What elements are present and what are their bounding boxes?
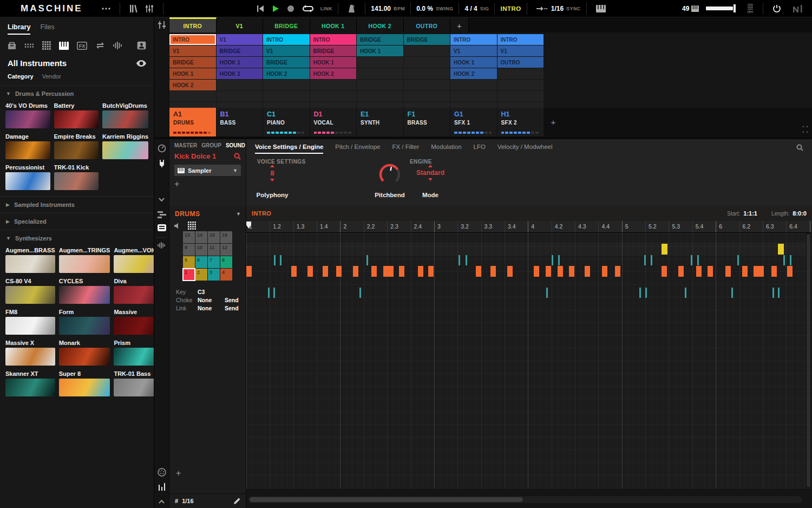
groups-icon[interactable] [24, 42, 34, 49]
mode-value[interactable]: Standard [411, 169, 449, 177]
ruler-tick-5[interactable]: 5 [622, 221, 645, 232]
polyphony-stepper[interactable]: 8 [256, 165, 289, 181]
user-content-icon[interactable] [137, 41, 146, 50]
pattern-slot[interactable] [357, 102, 403, 108]
pattern-slot[interactable] [497, 102, 544, 108]
ruler-tick-5-3[interactable]: 5.3 [669, 221, 692, 232]
pattern-slot[interactable] [169, 91, 216, 102]
pad-5[interactable]: 5 [183, 256, 195, 268]
pattern-slot[interactable] [169, 102, 216, 108]
note-kick[interactable] [428, 266, 434, 277]
ruler-tick-5-2[interactable]: 5.2 [645, 221, 669, 232]
note-hat-closed[interactable] [772, 288, 774, 298]
group-tile-b1[interactable]: B1BASS [217, 108, 263, 136]
pattern-slot[interactable] [450, 91, 497, 102]
add-pattern-button[interactable]: + [176, 469, 184, 478]
note-kick[interactable] [534, 266, 539, 277]
library-item-karriem-riggins[interactable]: Karriem Riggins [102, 133, 148, 159]
samples-icon[interactable] [113, 41, 122, 50]
filter-tab-category[interactable]: Category [8, 73, 34, 80]
pattern-slot[interactable] [357, 57, 403, 68]
add-plugin-button[interactable]: + [174, 180, 182, 188]
ruler-tick-2-4[interactable]: 2.4 [411, 221, 434, 232]
pattern-cell-a1-hook-2[interactable]: HOOK 2 [169, 80, 216, 90]
note-hat-open[interactable] [466, 255, 467, 265]
pencil-icon[interactable] [233, 498, 240, 505]
scene-tab-outro[interactable]: OUTRO [404, 17, 451, 32]
pad-group-name[interactable]: DRUMS [175, 210, 200, 218]
group-tile-f1[interactable]: F1BRASS [404, 108, 450, 136]
pad-11[interactable]: 11 [208, 244, 220, 256]
ruler-tick-4[interactable]: 4 [528, 221, 551, 232]
note-hat-open[interactable] [366, 255, 368, 265]
pad-2[interactable]: 2 [195, 269, 207, 281]
library-item-augmen-voices[interactable]: Augmen...VOICES [114, 247, 154, 273]
loops-icon[interactable] [95, 42, 105, 49]
ruler-tick-4-4[interactable]: 4.4 [598, 221, 621, 232]
pattern-cell-h1-intro[interactable]: INTRO [497, 34, 544, 45]
follow-playhead-icon[interactable] [533, 6, 551, 11]
tab-velocity-modwheel[interactable]: Velocity / Modwheel [497, 144, 553, 153]
note-kick[interactable] [662, 266, 667, 277]
add-group-button[interactable]: + [544, 108, 562, 136]
pattern-slot[interactable] [357, 80, 403, 90]
pattern-slot[interactable] [310, 102, 357, 108]
note-kick[interactable] [388, 266, 394, 277]
timeline-ruler[interactable]: 11.21.31.422.22.32.433.23.33.444.24.34.4… [246, 221, 812, 233]
pattern-cell-g1-intro[interactable]: INTRO [450, 34, 497, 45]
scene-tab-v1[interactable]: V1 [217, 17, 264, 32]
ruler-tick-4-2[interactable]: 4.2 [552, 221, 575, 232]
time-signature-value[interactable]: 4 / 4 [464, 5, 477, 12]
pattern-slot[interactable] [357, 91, 403, 102]
step-grid-value[interactable]: 1/16 [182, 498, 193, 504]
group-tile-a1[interactable]: A1DRUMS [169, 108, 216, 136]
pad-10[interactable]: 10 [195, 244, 207, 256]
pattern-cell-b1-bridge[interactable]: BRIDGE [217, 45, 263, 56]
library-item-form[interactable]: Form [59, 309, 110, 335]
ruler-tick-3-4[interactable]: 3.4 [505, 221, 528, 232]
pattern-cell-c1-v1[interactable]: V1 [263, 45, 310, 56]
note-kick[interactable] [678, 266, 684, 277]
polyphony-increase-icon[interactable] [270, 165, 274, 167]
scene-indicator[interactable]: INTRO [500, 5, 521, 12]
note-hat-closed[interactable] [546, 288, 548, 298]
note-hat-open[interactable] [280, 255, 281, 265]
pattern-slot[interactable] [450, 102, 497, 108]
library-item-fm8[interactable]: FM8 [5, 309, 55, 335]
note-hat-closed[interactable] [268, 288, 270, 298]
arrange-view-icon[interactable] [154, 211, 169, 218]
library-item-super-8[interactable]: Super 8 [59, 370, 110, 396]
note-kick[interactable] [336, 266, 342, 277]
scope-tab-group[interactable]: GROUP [201, 142, 221, 148]
choke-send[interactable]: Send [225, 296, 243, 304]
audio-engine-power-icon[interactable] [769, 4, 785, 13]
swing-value[interactable]: 0.0 % [416, 5, 433, 12]
pattern-cell-b1-hook-2[interactable]: HOOK 2 [217, 68, 263, 79]
note-kick[interactable] [615, 266, 620, 277]
scene-tab-intro[interactable]: INTRO [169, 17, 217, 32]
projects-icon[interactable] [8, 42, 16, 50]
pattern-slot[interactable] [404, 68, 450, 79]
pattern-slot[interactable] [263, 102, 310, 108]
pattern-cell-a1-v1[interactable]: V1 [169, 45, 216, 56]
audio-view-icon[interactable] [154, 242, 169, 249]
mode-down-icon[interactable] [428, 178, 433, 181]
scene-tab-hook-2[interactable]: HOOK 2 [357, 17, 404, 32]
note-kick[interactable] [787, 266, 793, 277]
note-kick[interactable] [754, 266, 759, 277]
link-send[interactable]: Send [225, 304, 243, 312]
ruler-tick-4-3[interactable]: 4.3 [575, 221, 598, 232]
pad-6[interactable]: 6 [195, 256, 207, 268]
library-item-percussionist[interactable]: Percussionist [5, 164, 50, 190]
note-accent[interactable] [778, 244, 784, 255]
note-kick[interactable] [371, 266, 377, 277]
note-kick[interactable] [490, 266, 496, 277]
library-item-damage[interactable]: Damage [5, 133, 50, 159]
library-item-massive[interactable]: Massive [114, 309, 154, 335]
note-kick[interactable] [546, 266, 551, 277]
pad-9[interactable]: 9 [183, 244, 195, 256]
pattern-slot[interactable] [217, 102, 263, 108]
restart-icon[interactable] [253, 5, 268, 12]
loop-icon[interactable] [298, 5, 318, 12]
start-value[interactable]: 1:1:1 [743, 210, 757, 217]
